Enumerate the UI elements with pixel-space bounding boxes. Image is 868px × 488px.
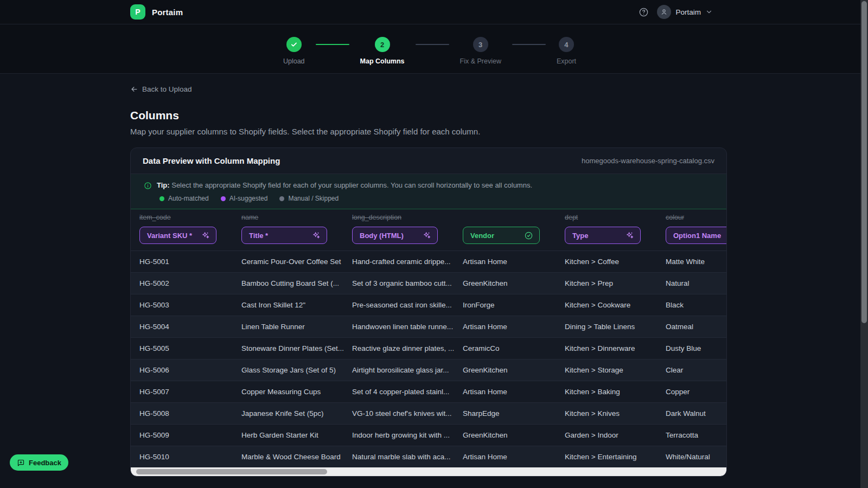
table-cell: Artisan Home (454, 381, 556, 402)
shopify-field-label: Vendor (470, 232, 494, 240)
table-cell: Handwoven linen table runne... (343, 316, 454, 337)
table-cell: Linen Table Runner (233, 316, 343, 337)
table-cell: Natural (657, 273, 726, 294)
table-cell: HG-5009 (131, 425, 233, 446)
green-dot-icon (159, 196, 164, 201)
shopify-field-label: Variant SKU * (147, 232, 192, 240)
sparkles-icon (201, 231, 210, 240)
supplier-column-name (463, 214, 556, 222)
table-row: HG-5010Marble & Wood Cheese BoardNatural… (131, 446, 726, 467)
table-row: HG-5002Bamboo Cutting Board Set (...Set … (131, 272, 726, 294)
table-cell: Indoor herb growing kit with ... (343, 425, 454, 446)
column-header-cell: Vendor (454, 209, 556, 251)
step-map-columns-circle: 2 (375, 37, 390, 52)
user-name: Portaim (675, 8, 701, 16)
column-header-cell: dept Type (556, 209, 657, 251)
vertical-scrollbar-thumb[interactable] (861, 1, 867, 323)
table-cell: Oatmeal (657, 316, 726, 337)
shopify-field-select[interactable]: Vendor (463, 227, 540, 244)
step-upload[interactable]: Upload (283, 37, 305, 65)
wizard-stepper: Upload 2 Map Columns 3 Fix & Preview 4 E… (0, 24, 868, 74)
supplier-column-name: colour (666, 214, 726, 222)
sparkles-icon (423, 231, 431, 240)
step-fix-preview[interactable]: 3 Fix & Preview (460, 37, 501, 65)
table-cell: Marble & Wood Cheese Board (233, 446, 343, 467)
arrow-left-icon (130, 85, 138, 93)
chevron-down-icon (705, 8, 713, 16)
table-cell: Artisan Home (454, 251, 556, 272)
table-cell: Kitchen > Baking (556, 381, 657, 402)
table-cell: GreenKitchen (454, 359, 556, 381)
shopify-field-select[interactable]: Option1 Name (666, 227, 726, 244)
app-logo-letter: P (135, 8, 140, 16)
check-circle-icon (524, 231, 533, 240)
step-connector (512, 44, 546, 45)
table-cell: Airtight borosilicate glass jar... (343, 359, 454, 381)
table-cell: Kitchen > Coffee (556, 251, 657, 272)
table-cell: HG-5007 (131, 381, 233, 402)
horizontal-scrollbar[interactable] (131, 467, 726, 476)
page-title: Columns (130, 109, 868, 122)
step-fix-preview-circle: 3 (473, 37, 488, 52)
step-export[interactable]: 4 Export (557, 37, 576, 65)
legend-manual-skipped: Manual / Skipped (279, 195, 339, 202)
table-cell: Garden > Indoor (556, 425, 657, 446)
step-export-label: Export (557, 57, 576, 65)
check-icon (290, 41, 298, 48)
table-cell: Hand-crafted ceramic drippe... (343, 251, 454, 272)
vertical-scrollbar[interactable] (860, 0, 868, 488)
user-menu[interactable]: Portaim (657, 5, 713, 19)
info-icon (144, 182, 152, 190)
sparkles-icon (312, 231, 321, 240)
table-row: HG-5007Copper Measuring CupsSet of 4 cop… (131, 381, 726, 402)
table-cell: Terracotta (657, 425, 726, 446)
mapping-legend: Auto-matched AI-suggested Manual / Skipp… (159, 195, 718, 202)
table-cell: Pre-seasoned cast iron skille... (343, 294, 454, 316)
supplier-column-name: dept (565, 214, 657, 222)
mapping-table: item_code Variant SKU * name Title * (131, 209, 726, 467)
table-cell: Kitchen > Prep (556, 273, 657, 294)
brand: P Portaim (130, 4, 183, 20)
shopify-field-select[interactable]: Title * (241, 227, 327, 244)
table-cell: Matte White (657, 251, 726, 272)
horizontal-scrollbar-thumb[interactable] (136, 469, 327, 474)
step-connector (316, 44, 349, 45)
shopify-field-select[interactable]: Body (HTML) (352, 227, 438, 244)
column-header-cell: colour Option1 Name (657, 209, 726, 251)
top-navbar: P Portaim Portaim (0, 0, 868, 24)
shopify-field-select[interactable]: Type (565, 227, 641, 244)
data-rows: HG-5001Ceramic Pour-Over Coffee SetHand-… (131, 251, 726, 467)
legend-auto-matched: Auto-matched (159, 195, 209, 202)
step-export-circle: 4 (559, 37, 574, 52)
table-cell: CeramicCo (454, 338, 556, 359)
table-cell: Dark Walnut (657, 403, 726, 424)
tip-banner: Tip: Select the appropriate Shopify fiel… (131, 174, 726, 209)
back-to-upload-link[interactable]: Back to Upload (130, 85, 192, 93)
table-cell: Reactive glaze dinner plates, ... (343, 338, 454, 359)
table-cell: HG-5008 (131, 403, 233, 424)
table-cell: IronForge (454, 294, 556, 316)
table-cell: Black (657, 294, 726, 316)
table-cell: Dusty Blue (657, 338, 726, 359)
table-cell: Stoneware Dinner Plates (Set... (233, 338, 343, 359)
card-header: Data Preview with Column Mapping homegoo… (131, 148, 726, 174)
table-row: HG-5009Herb Garden Starter KitIndoor her… (131, 424, 726, 446)
column-header-cell: long_description Body (HTML) (343, 209, 454, 251)
card-title: Data Preview with Column Mapping (143, 156, 280, 165)
navbar-actions: Portaim (639, 5, 713, 19)
table-cell: Artisan Home (454, 316, 556, 337)
table-cell: Clear (657, 359, 726, 381)
table-cell: HG-5006 (131, 359, 233, 381)
uploaded-filename: homegoods-warehouse-spring-catalog.csv (582, 157, 714, 165)
step-map-columns[interactable]: 2 Map Columns (360, 37, 405, 65)
table-cell: Artisan Home (454, 446, 556, 467)
table-cell: HG-5010 (131, 446, 233, 467)
shopify-field-select[interactable]: Variant SKU * (139, 227, 216, 244)
table-cell: GreenKitchen (454, 273, 556, 294)
table-cell: Set of 4 copper-plated stainl... (343, 381, 454, 402)
gray-dot-icon (279, 196, 284, 201)
table-row: HG-5003Cast Iron Skillet 12"Pre-seasoned… (131, 294, 726, 316)
help-icon[interactable] (639, 7, 649, 17)
feedback-button[interactable]: Feedback (10, 454, 68, 471)
table-cell: Dining > Table Linens (556, 316, 657, 337)
